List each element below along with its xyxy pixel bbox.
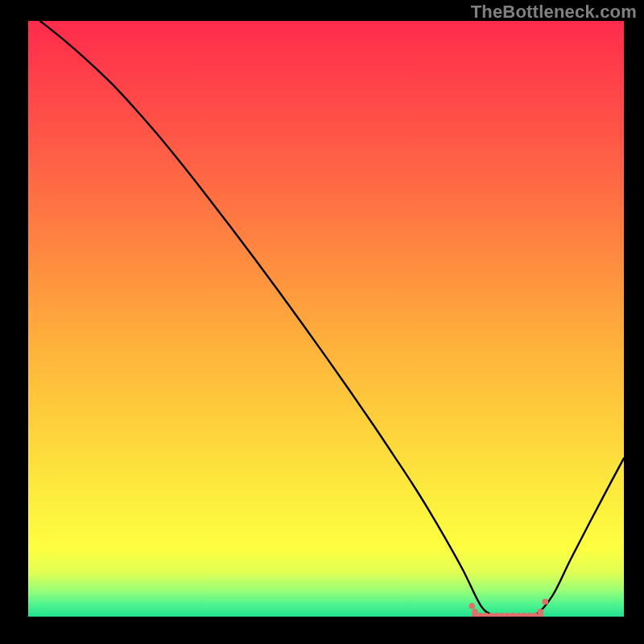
svg-point-8 (510, 613, 517, 617)
svg-point-17 (543, 599, 549, 605)
minimum-markers (469, 599, 549, 617)
svg-point-11 (526, 613, 533, 617)
chart-frame: TheBottleneck.com (0, 0, 644, 644)
plot-area (28, 21, 624, 617)
svg-point-6 (499, 613, 506, 617)
svg-point-16 (538, 609, 544, 615)
svg-point-15 (472, 609, 478, 615)
watermark-text: TheBottleneck.com (471, 2, 637, 23)
svg-point-2 (477, 613, 484, 617)
bottleneck-curve (40, 21, 624, 617)
svg-point-10 (521, 613, 527, 617)
svg-point-9 (515, 613, 522, 617)
svg-point-5 (493, 613, 500, 617)
curve-layer (28, 21, 624, 617)
svg-point-14 (469, 603, 476, 609)
svg-point-7 (505, 613, 511, 617)
